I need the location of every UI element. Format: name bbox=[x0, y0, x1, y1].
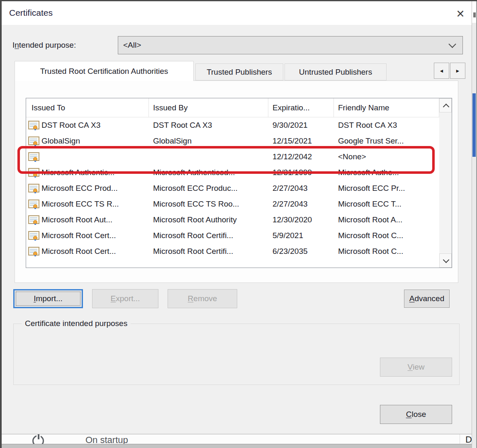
column-header-expiration[interactable]: Expiratio... bbox=[268, 98, 334, 117]
tab-trusted-publishers[interactable]: Trusted Publishers bbox=[195, 63, 283, 80]
cell-issued-to: Microsoft Root Cert... bbox=[26, 231, 149, 241]
background-heading-fragment: Defa bbox=[465, 434, 472, 444]
tab-scroll-left-icon: ◄ bbox=[439, 68, 444, 74]
view-button: View bbox=[380, 358, 452, 377]
page-scrollbar-mark bbox=[473, 12, 476, 17]
certificate-icon bbox=[28, 152, 39, 162]
certificate-icon bbox=[28, 168, 39, 178]
intended-purpose-label: Intended purpose: bbox=[12, 41, 76, 50]
cell-issued-by: Microsoft ECC TS Roo... bbox=[149, 200, 268, 209]
list-scrollbar[interactable] bbox=[439, 98, 452, 268]
scroll-up-button[interactable] bbox=[439, 98, 452, 112]
cell-friendly-name: Microsoft Root A... bbox=[334, 215, 439, 224]
screenshot-canvas: Certificates ✕ Intended purpose: <All> T… bbox=[0, 0, 477, 448]
certificate-icon bbox=[28, 200, 39, 209]
cell-issued-to: Microsoft Authentic... bbox=[26, 168, 149, 178]
remove-button: Remove bbox=[168, 289, 237, 308]
table-row[interactable]: Microsoft Root Aut... Microsoft Root Aut… bbox=[26, 212, 439, 228]
group-box-label: Certificate intended purposes bbox=[22, 319, 131, 328]
cell-friendly-name: Microsoft ECC Pr... bbox=[334, 184, 439, 193]
cell-friendly-name: DST Root CA X3 bbox=[334, 121, 439, 130]
export-button: Export... bbox=[92, 289, 158, 308]
sidebar-item-on-startup[interactable]: On startup bbox=[85, 435, 128, 444]
certificate-icon bbox=[28, 231, 39, 241]
table-row[interactable]: Microsoft ECC TS R... Microsoft ECC TS R… bbox=[26, 196, 439, 212]
table-row[interactable]: Microsoft ECC Prod... Microsoft ECC Prod… bbox=[26, 180, 439, 196]
tab-scroll-left-button[interactable]: ◄ bbox=[434, 63, 449, 79]
screenshot-top-edge bbox=[0, 0, 477, 1]
cell-expiration: 9/30/2021 bbox=[268, 121, 334, 130]
cell-issued-to: Microsoft Root Cert... bbox=[26, 247, 149, 256]
close-button[interactable]: Close bbox=[380, 405, 452, 424]
cell-expiration: 2/27/2043 bbox=[268, 200, 334, 209]
cell-expiration: 12/12/2042 bbox=[268, 152, 334, 161]
chevron-up-icon bbox=[443, 104, 450, 110]
cell-issued-to bbox=[26, 152, 149, 162]
cell-friendly-name: Microsoft Authe... bbox=[334, 168, 439, 177]
cell-issued-by: Microsoft Root Certifi... bbox=[149, 247, 268, 256]
cell-issued-by: Microsoft Root Authority bbox=[149, 215, 268, 224]
cell-friendly-name: Microsoft Root C... bbox=[334, 247, 439, 256]
screenshot-left-edge bbox=[0, 0, 2, 448]
cell-issued-to: Microsoft ECC Prod... bbox=[26, 184, 149, 193]
cell-issued-by: Microsoft Root Certifi... bbox=[149, 231, 268, 240]
background-page-strip: On startup Defa bbox=[2, 434, 472, 444]
cell-expiration: 12/30/2020 bbox=[268, 215, 334, 224]
cell-friendly-name: Microsoft Root C... bbox=[334, 231, 439, 240]
tab-scroll-right-button[interactable]: ► bbox=[450, 63, 465, 79]
cell-issued-to: Microsoft Root Aut... bbox=[26, 215, 149, 225]
table-row[interactable]: DST Root CA X3 DST Root CA X3 9/30/2021 … bbox=[26, 117, 439, 133]
column-header-issued-by[interactable]: Issued By bbox=[149, 98, 268, 117]
table-row[interactable]: Microsoft Root Cert... Microsoft Root Ce… bbox=[26, 243, 439, 259]
import-button[interactable]: Import... bbox=[13, 289, 83, 308]
column-header-friendly-name[interactable]: Friendly Name bbox=[334, 98, 439, 117]
close-icon[interactable]: ✕ bbox=[450, 5, 470, 23]
cell-expiration: 2/27/2043 bbox=[268, 184, 334, 193]
dialog-titlebar: Certificates ✕ bbox=[2, 1, 472, 25]
certificate-icon bbox=[28, 136, 39, 146]
certificate-icon bbox=[28, 215, 39, 225]
advanced-button[interactable]: Advanced bbox=[404, 290, 450, 308]
cell-issued-by: Microsoft ECC Produc... bbox=[149, 184, 268, 193]
table-row[interactable]: Microsoft Authentic... Microsoft Authent… bbox=[26, 165, 439, 180]
background-divider bbox=[460, 434, 460, 444]
chevron-down-icon bbox=[443, 257, 450, 263]
cell-issued-by: GlobalSign bbox=[149, 136, 268, 146]
table-row[interactable]: GlobalSign GlobalSign 12/15/2021 Google … bbox=[26, 133, 439, 149]
certificate-icon bbox=[28, 247, 39, 256]
cell-friendly-name: Microsoft ECC T... bbox=[334, 200, 439, 209]
table-row[interactable]: Microsoft Root Cert... Microsoft Root Ce… bbox=[26, 228, 439, 243]
certificate-icon bbox=[28, 184, 39, 193]
certificate-list-header: Issued To Issued By Expiratio... Friendl… bbox=[26, 98, 439, 117]
table-row[interactable]: 12/12/2042 <None> bbox=[26, 149, 439, 165]
dropdown-selected-value: <All> bbox=[118, 41, 450, 50]
intended-purpose-dropdown[interactable]: <All> bbox=[118, 36, 463, 54]
cell-issued-to: GlobalSign bbox=[26, 136, 149, 146]
dialog-title: Certificates bbox=[9, 8, 53, 18]
cell-expiration: 5/9/2021 bbox=[268, 231, 334, 240]
certificate-list-rows: DST Root CA X3 DST Root CA X3 9/30/2021 … bbox=[26, 117, 439, 259]
chevron-down-icon bbox=[448, 40, 456, 48]
cell-expiration: 6/23/2035 bbox=[268, 247, 334, 256]
cell-friendly-name: <None> bbox=[334, 152, 439, 161]
tab-trusted-root-certification-authorities[interactable]: Trusted Root Certification Authorities bbox=[15, 61, 194, 81]
tab-scroll-right-icon: ► bbox=[455, 68, 460, 74]
bottom-gray-bar bbox=[0, 444, 477, 448]
scroll-down-button[interactable] bbox=[439, 253, 452, 268]
cell-issued-by: DST Root CA X3 bbox=[149, 121, 268, 130]
page-scrollbar-thumb[interactable] bbox=[472, 93, 476, 157]
cell-friendly-name: Google Trust Ser... bbox=[334, 136, 439, 146]
column-header-issued-to[interactable]: Issued To bbox=[26, 98, 149, 117]
cell-issued-to: Microsoft ECC TS R... bbox=[26, 200, 149, 209]
certificate-icon bbox=[28, 121, 39, 130]
cell-issued-to: DST Root CA X3 bbox=[26, 121, 149, 130]
cell-issued-by: Microsoft Authenticod... bbox=[149, 168, 268, 177]
power-icon-tick bbox=[38, 434, 39, 439]
cell-expiration: 12/15/2021 bbox=[268, 136, 334, 146]
certificate-list: Issued To Issued By Expiratio... Friendl… bbox=[26, 98, 452, 268]
tab-untrusted-publishers[interactable]: Untrusted Publishers bbox=[285, 63, 387, 80]
cell-expiration: 12/31/1999 bbox=[268, 168, 334, 177]
